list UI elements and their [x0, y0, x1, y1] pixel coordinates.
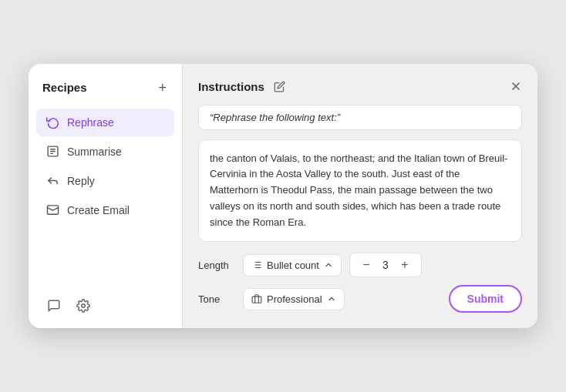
sidebar-item-rephrase[interactable]: Rephrase	[36, 109, 174, 136]
panel-title: Instructions	[198, 80, 264, 93]
professional-label: Professional	[267, 293, 322, 305]
sidebar-item-reply-label: Reply	[67, 175, 95, 187]
create-email-icon	[45, 203, 59, 217]
tone-row: Tone Professional	[198, 288, 345, 310]
bullet-count-label: Bullet count	[267, 260, 319, 271]
panel-header: Instructions	[198, 79, 522, 94]
list-icon	[251, 260, 262, 270]
briefcase-icon	[251, 293, 262, 304]
text-content: the canton of Valais, to the northeast; …	[198, 139, 522, 243]
sidebar-item-rephrase-label: Rephrase	[67, 116, 114, 129]
length-label: Length	[198, 260, 235, 271]
counter-group: − 3 +	[349, 253, 422, 277]
settings-button[interactable]	[73, 296, 93, 316]
main-panel: Instructions “Rephrase the following tex…	[183, 64, 537, 329]
summarise-icon	[45, 145, 59, 159]
close-button[interactable]	[510, 80, 522, 92]
sidebar-header: Recipes +	[29, 79, 182, 109]
settings-icon	[76, 299, 90, 313]
sidebar-title: Recipes	[42, 81, 87, 94]
chevron-up-icon	[324, 260, 333, 270]
length-controls-row: Length Bullet count − 3 +	[198, 253, 522, 277]
sidebar: Recipes + Rephrase	[29, 64, 183, 329]
rephrase-icon	[45, 116, 59, 129]
chat-button[interactable]	[44, 296, 64, 316]
bottom-row: Tone Professional Submit	[198, 285, 522, 313]
decrement-button[interactable]: −	[358, 256, 375, 273]
sidebar-nav: Rephrase Summarise	[29, 109, 182, 287]
panel-header-left: Instructions	[198, 79, 287, 94]
add-recipe-button[interactable]: +	[157, 79, 168, 96]
close-icon	[510, 80, 522, 92]
sidebar-item-summarise-label: Summarise	[67, 146, 122, 158]
edit-icon	[274, 81, 285, 92]
counter-value: 3	[379, 259, 392, 271]
chevron-up-icon-tone	[327, 294, 336, 303]
tone-label: Tone	[198, 293, 235, 305]
prompt-badge: “Rephrase the following text:”	[198, 105, 522, 130]
sidebar-item-summarise[interactable]: Summarise	[36, 138, 174, 166]
svg-rect-14	[252, 297, 261, 303]
svg-point-5	[82, 304, 86, 308]
sidebar-item-create-email-label: Create Email	[67, 204, 130, 216]
increment-button[interactable]: +	[396, 256, 413, 273]
reply-icon	[45, 174, 59, 188]
bullet-count-dropdown[interactable]: Bullet count	[243, 254, 342, 276]
sidebar-footer	[29, 286, 182, 316]
chat-icon	[47, 299, 61, 313]
submit-button[interactable]: Submit	[449, 285, 522, 313]
app-window: Recipes + Rephrase	[29, 64, 537, 329]
sidebar-item-create-email[interactable]: Create Email	[36, 196, 174, 224]
tone-dropdown[interactable]: Professional	[243, 288, 345, 310]
edit-instructions-button[interactable]	[272, 79, 287, 94]
sidebar-item-reply[interactable]: Reply	[36, 167, 174, 195]
